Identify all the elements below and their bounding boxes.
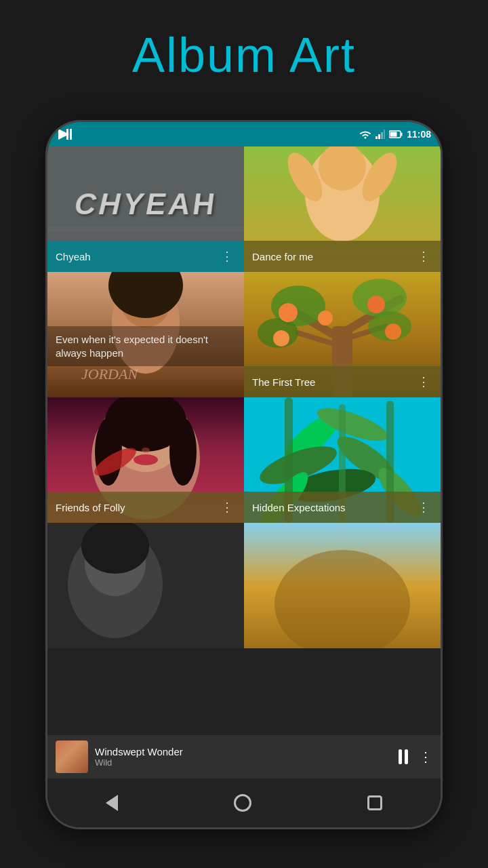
bottom-left-art-svg (47, 523, 244, 648)
back-icon (106, 795, 118, 811)
svg-point-41 (125, 435, 139, 444)
pause-bar-right (405, 749, 408, 764)
dance-name: Dance for me (252, 251, 415, 262)
navigation-bar (47, 778, 441, 827)
svg-rect-6 (384, 130, 385, 139)
nav-recents-button[interactable] (367, 795, 382, 810)
chyeah-label: Chyeah ⋮ (47, 241, 244, 272)
svg-point-32 (273, 330, 289, 347)
nav-back-button[interactable] (106, 795, 118, 811)
phone-frame: 11:08 CHYEAH Chyeah ⋮ (47, 122, 441, 827)
album-cell-hidden[interactable]: Hidden Expectations ⋮ (244, 397, 441, 523)
svg-rect-5 (381, 132, 383, 139)
bottom-right-art-svg (244, 523, 441, 648)
svg-text:JORDAN: JORDAN (81, 366, 138, 382)
hidden-more-button[interactable]: ⋮ (415, 500, 432, 515)
firsttree-name: The First Tree (252, 376, 415, 388)
svg-point-34 (318, 311, 333, 326)
album-cell-bottom-right[interactable] (244, 523, 441, 648)
player-controls: ⋮ (399, 749, 432, 765)
player-subtitle: Wild (95, 757, 392, 768)
recents-icon (367, 795, 382, 810)
signal-icon (375, 130, 385, 139)
hidden-label: Hidden Expectations ⋮ (244, 492, 441, 523)
album-cell-jordan[interactable]: JORDAN Even when it's expected it doesn'… (47, 272, 244, 397)
chyeah-name: Chyeah (56, 251, 218, 262)
wifi-icon (359, 130, 371, 139)
album-cell-dance[interactable]: Dance for me ⋮ (244, 146, 441, 272)
dance-more-button[interactable]: ⋮ (415, 249, 432, 264)
svg-rect-2 (70, 129, 72, 140)
album-cell-bottom-left[interactable] (47, 523, 244, 648)
player-bar: Windswept Wonder Wild ⋮ (47, 735, 441, 778)
svg-rect-4 (378, 134, 380, 139)
svg-point-31 (367, 296, 385, 313)
dance-label: Dance for me ⋮ (244, 241, 441, 272)
firsttree-label: The First Tree ⋮ (244, 366, 441, 397)
pause-bar-left (399, 749, 402, 764)
pause-button[interactable] (399, 749, 408, 764)
svg-rect-1 (66, 129, 68, 140)
chyeah-text-art: CHYEAH (73, 187, 218, 221)
jordan-text-overlay: Even when it's expected it doesn't alway… (47, 326, 244, 366)
battery-icon (389, 130, 403, 138)
album-cell-folly[interactable]: Friends of Folly ⋮ (47, 397, 244, 523)
svg-point-40 (169, 418, 197, 486)
bottom-left-art (47, 523, 244, 648)
folly-label: Friends of Folly ⋮ (47, 492, 244, 523)
play-status-icon (57, 127, 72, 141)
player-more-button[interactable]: ⋮ (419, 749, 432, 765)
svg-rect-9 (390, 132, 397, 137)
status-time: 11:08 (407, 129, 431, 140)
nav-home-button[interactable] (234, 794, 251, 812)
chyeah-more-button[interactable]: ⋮ (218, 249, 236, 264)
status-bar: 11:08 (47, 122, 441, 146)
svg-rect-3 (375, 136, 378, 139)
svg-point-42 (152, 435, 166, 444)
svg-rect-8 (401, 133, 403, 136)
svg-point-43 (142, 448, 150, 453)
folly-more-button[interactable]: ⋮ (218, 500, 236, 515)
svg-point-44 (134, 454, 158, 465)
player-info: Windswept Wonder Wild (95, 746, 392, 768)
jordan-overlay-text: Even when it's expected it doesn't alway… (56, 334, 208, 359)
bottom-right-art (244, 523, 441, 648)
thumb-art (56, 741, 88, 773)
folly-name: Friends of Folly (56, 502, 218, 513)
album-cell-chyeah[interactable]: CHYEAH Chyeah ⋮ (47, 146, 244, 272)
svg-point-30 (279, 303, 298, 322)
player-title: Windswept Wonder (95, 746, 392, 757)
svg-point-33 (385, 323, 401, 340)
player-thumbnail (56, 741, 88, 773)
page-title: Album Art (0, 27, 488, 83)
home-icon (234, 794, 251, 812)
firsttree-more-button[interactable]: ⋮ (415, 374, 432, 389)
album-cell-firsttree[interactable]: The First Tree ⋮ (244, 272, 441, 397)
hidden-name: Hidden Expectations (252, 502, 415, 513)
album-grid: CHYEAH Chyeah ⋮ (47, 146, 441, 648)
status-bar-right: 11:08 (359, 129, 431, 140)
status-bar-left (57, 127, 72, 141)
